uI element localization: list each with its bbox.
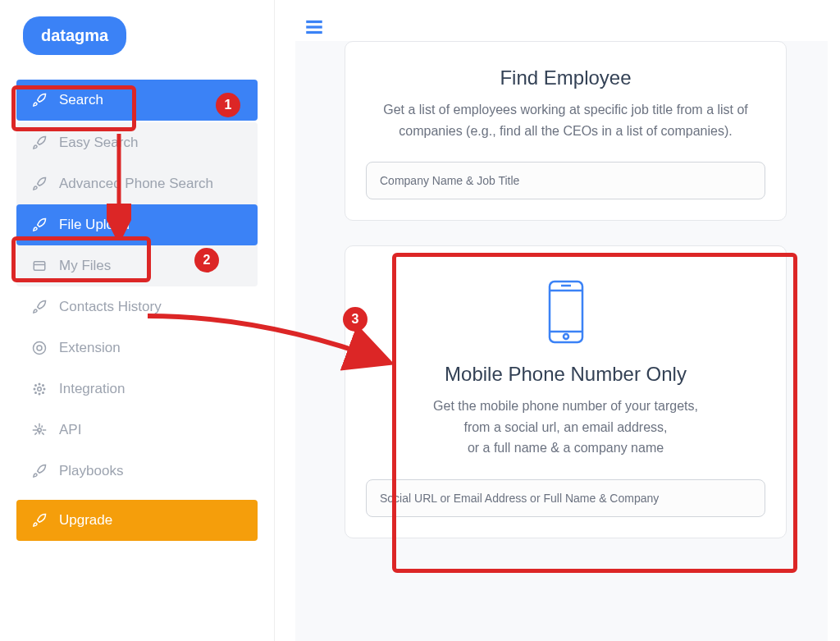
sidebar-item-file-upload[interactable]: File Upload (16, 204, 258, 245)
sidebar-item-label: Search (59, 92, 103, 108)
svg-point-7 (34, 388, 35, 390)
sidebar-item-label: API (59, 422, 81, 438)
desc-line: or a full name & a company name (468, 441, 664, 455)
desc-line: from a social url, an email address, (463, 420, 667, 434)
sidebar-item-label: Advanced Phone Search (59, 176, 213, 192)
phone-icon (366, 279, 765, 348)
gear-icon (31, 422, 48, 438)
svg-point-9 (35, 385, 37, 387)
sidebar-item-contacts-history[interactable]: Contacts History (16, 286, 258, 327)
logo: datagma (23, 16, 126, 55)
card-mobile-phone: Mobile Phone Number Only Get the mobile … (345, 245, 787, 538)
sidebar-item-label: File Upload (59, 217, 130, 233)
svg-point-2 (34, 342, 46, 355)
annotation-badge-2: 2 (194, 248, 219, 272)
svg-point-20 (564, 334, 568, 339)
rocket-icon (31, 92, 48, 108)
sidebar-item-advanced-phone-search[interactable]: Advanced Phone Search (16, 163, 258, 204)
sidebar-item-easy-search[interactable]: Easy Search (16, 122, 258, 163)
svg-point-8 (43, 388, 45, 390)
sidebar-item-api[interactable]: API (16, 410, 258, 451)
sidebar-item-playbooks[interactable]: Playbooks (16, 451, 258, 492)
svg-point-3 (37, 346, 42, 350)
rocket-icon (31, 217, 48, 233)
sidebar-item-integration[interactable]: Integration (16, 369, 258, 410)
input-social-url-email-fullname[interactable]: Social URL or Email Address or Full Name… (366, 479, 765, 517)
sidebar-item-label: Easy Search (59, 135, 138, 151)
card-description: Get the mobile phone number of your targ… (366, 396, 765, 459)
svg-point-11 (43, 385, 44, 387)
svg-rect-0 (34, 262, 45, 271)
sidebar-item-label: Upgrade (59, 512, 112, 529)
annotation-badge-3: 3 (343, 307, 368, 332)
sidebar-item-my-files[interactable]: My Files (16, 245, 258, 286)
card-title: Mobile Phone Number Only (366, 363, 765, 386)
svg-point-6 (39, 393, 40, 395)
sidebar-item-label: My Files (59, 258, 111, 274)
rocket-icon (31, 463, 48, 479)
sidebar-item-label: Extension (59, 340, 121, 356)
sidebar-item-label: Playbooks (59, 463, 123, 479)
chrome-icon (31, 340, 48, 356)
files-icon (31, 258, 48, 274)
sidebar-item-label: Integration (59, 381, 125, 397)
desc-line: Get the mobile phone number of your targ… (433, 399, 698, 413)
svg-point-5 (39, 383, 40, 385)
sidebar-item-extension[interactable]: Extension (16, 327, 258, 369)
card-find-employee: Find Employee Get a list of employees wo… (345, 41, 787, 221)
svg-point-10 (43, 392, 44, 394)
rocket-icon (31, 135, 48, 151)
input-company-job-title[interactable]: Company Name & Job Title (366, 162, 765, 199)
annotation-badge-1: 1 (216, 93, 240, 117)
sidebar-sub-group: Easy Search Advanced Phone Search File U… (16, 122, 258, 286)
sidebar-item-label: Contacts History (59, 299, 162, 315)
rocket-icon (31, 512, 48, 529)
hamburger-icon[interactable] (304, 16, 325, 41)
svg-point-4 (38, 387, 42, 391)
content: Find Employee Get a list of employees wo… (295, 41, 828, 641)
sidebar-item-upgrade[interactable]: Upgrade (16, 500, 258, 541)
integration-icon (31, 381, 48, 397)
card-description: Get a list of employees working at speci… (366, 99, 765, 141)
card-title: Find Employee (366, 66, 765, 89)
svg-point-12 (35, 392, 37, 394)
rocket-icon (31, 299, 48, 315)
rocket-icon (31, 176, 48, 192)
nav-section: Search Easy Search Advanced Phone Search… (16, 80, 258, 541)
